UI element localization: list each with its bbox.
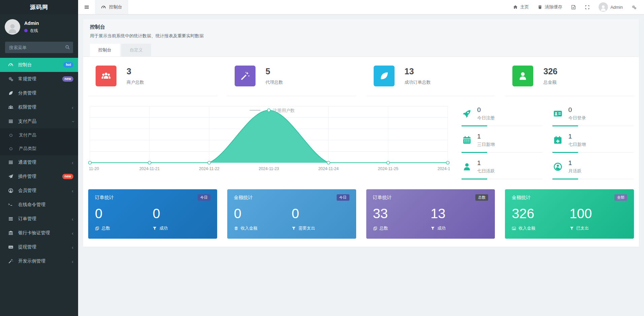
tab-custom[interactable]: 自定义 bbox=[121, 44, 151, 56]
sidebar-item-link[interactable]: 插件管理new bbox=[0, 169, 78, 184]
sidebar-item: 会员管理‹ bbox=[0, 184, 78, 198]
online-status-dot bbox=[24, 29, 28, 32]
metric-label: 成功 bbox=[152, 226, 210, 231]
metric-label: 总数 bbox=[373, 226, 431, 231]
chart-row: 注册用户数11-202024-11-212024-11-222024-11-23… bbox=[83, 106, 639, 179]
summary-card-metric: 33总数 bbox=[373, 206, 431, 231]
sidebar-item-link[interactable]: 通道管理‹ bbox=[0, 155, 78, 169]
user-icon bbox=[600, 4, 607, 12]
sidebar-item-link[interactable]: 权限管理‹ bbox=[0, 100, 78, 114]
sidebar-item: 常规管理new bbox=[0, 72, 78, 86]
sidebar-item-label: 订单管理 bbox=[18, 216, 72, 222]
svg-text:11-20: 11-20 bbox=[89, 166, 99, 171]
sidebar-subitem-link[interactable]: 产品类型 bbox=[0, 142, 78, 155]
sidebar-item-link[interactable]: VISA提现管理‹ bbox=[0, 240, 78, 254]
sidebar-item-link[interactable]: 银行卡验证管理‹ bbox=[0, 226, 78, 240]
sidebar-item-link[interactable]: 常规管理new bbox=[0, 72, 78, 86]
summary-card-badge: 总数 bbox=[475, 194, 488, 201]
topbar-tab-dashboard[interactable]: 控制台 bbox=[95, 0, 128, 14]
magic-icon bbox=[240, 71, 250, 81]
mini-stat-value: 1 bbox=[568, 159, 581, 167]
mini-stat: 0今日注册 bbox=[462, 106, 543, 126]
stat-label: 商户总数 bbox=[127, 79, 144, 85]
accent-bar bbox=[462, 179, 487, 180]
sidebar-item-link[interactable]: 支付产品‹ bbox=[0, 114, 78, 128]
user-status-label: 在线 bbox=[30, 28, 38, 34]
metric-value: 33 bbox=[373, 206, 431, 221]
metric-label-text: 需要支出 bbox=[298, 226, 315, 231]
expand-icon bbox=[585, 5, 590, 10]
search-input[interactable] bbox=[5, 42, 73, 53]
metric-label-text: 收入金额 bbox=[518, 226, 535, 231]
sidebar-toggle-button[interactable] bbox=[78, 0, 95, 14]
leaf-icon bbox=[8, 90, 14, 96]
mini-stats: 0今日注册0今日登录1三日新增1七日新增1七日活跃1月活跃 bbox=[453, 106, 639, 179]
tab-dashboard[interactable]: 控制台 bbox=[90, 44, 120, 56]
sidebar-item: 订单管理‹ bbox=[0, 212, 78, 226]
sidebar-item-link[interactable]: 订单管理‹ bbox=[0, 212, 78, 226]
clear-cache-link[interactable]: 清除缓存 bbox=[538, 4, 562, 10]
home-link[interactable]: 主页 bbox=[513, 4, 529, 10]
accent-bar bbox=[462, 125, 487, 126]
metric-label: 需要支出 bbox=[292, 226, 349, 231]
language-icon bbox=[571, 5, 576, 10]
user-status: 在线 bbox=[24, 28, 39, 34]
divider bbox=[505, 96, 634, 96]
sidebar-item: 权限管理‹ bbox=[0, 100, 78, 114]
sidebar-item-link[interactable]: 会员管理‹ bbox=[0, 184, 78, 198]
sidebar-item-label: 开发示例管理 bbox=[18, 258, 72, 264]
sidebar-item-label: 权限管理 bbox=[18, 104, 72, 110]
sidebar-item: 插件管理new bbox=[0, 169, 78, 184]
list-icon bbox=[8, 119, 14, 124]
mini-stat-value: 0 bbox=[568, 106, 586, 114]
summary-card: 订单统计今日0总数0成功 bbox=[88, 189, 217, 239]
chevron-down-icon: ‹ bbox=[70, 121, 75, 122]
sidebar-subitem-link[interactable]: 支付产品 bbox=[0, 128, 78, 142]
gears-icon bbox=[8, 76, 14, 82]
chevron-left-icon: ‹ bbox=[72, 160, 73, 165]
metric-label-text: 成功 bbox=[159, 226, 168, 231]
summary-card-metric: 0需要支出 bbox=[292, 206, 349, 231]
search-icon[interactable] bbox=[65, 45, 70, 51]
stat-label: 成功订单总数 bbox=[405, 79, 431, 85]
settings-button[interactable] bbox=[632, 5, 637, 10]
clear-cache-label: 清除缓存 bbox=[545, 4, 562, 10]
metric-label-text: 总数 bbox=[380, 226, 388, 231]
metric-label-text: 成功 bbox=[437, 226, 446, 231]
sidebar-subitem-label: 支付产品 bbox=[19, 132, 73, 138]
fullscreen-button[interactable] bbox=[585, 5, 590, 10]
accent-bar bbox=[552, 125, 578, 126]
mini-stat-value: 0 bbox=[477, 106, 495, 114]
mini-stat-value: 1 bbox=[568, 133, 586, 140]
chevron-left-icon: ‹ bbox=[72, 105, 73, 110]
sidebar-item: 支付产品‹支付产品产品类型 bbox=[0, 114, 78, 155]
chevron-left-icon: ‹ bbox=[72, 231, 73, 236]
user-avatar bbox=[5, 19, 20, 35]
sidebar-item-link[interactable]: 开发示例管理‹ bbox=[0, 254, 78, 268]
coins-icon bbox=[234, 226, 238, 231]
stat-card: 13成功订单总数 bbox=[361, 66, 500, 96]
expand-icon bbox=[585, 5, 590, 10]
search-icon bbox=[65, 45, 70, 50]
user-menu[interactable]: Admin bbox=[599, 2, 623, 12]
stat-icon-box bbox=[235, 66, 256, 86]
summary-card-title: 金额统计 bbox=[512, 195, 531, 201]
summary-card-metric: 100已支出 bbox=[570, 206, 627, 231]
user-panel: Admin 在线 bbox=[0, 14, 78, 37]
metric-label-text: 总数 bbox=[102, 226, 110, 231]
gauge-icon bbox=[101, 5, 106, 10]
sidebar-item-link[interactable]: 控制台hot bbox=[0, 58, 78, 72]
copy-icon bbox=[373, 226, 377, 231]
list-icon bbox=[8, 160, 14, 165]
sidebar-item-label: 在线命令管理 bbox=[18, 202, 73, 208]
registered-users-chart: 注册用户数11-202024-11-212024-11-222024-11-23… bbox=[88, 106, 448, 173]
home-link-label: 主页 bbox=[520, 4, 529, 10]
panel-tabs: 控制台自定义 bbox=[90, 44, 632, 56]
sidebar-item-link[interactable]: 分类管理 bbox=[0, 86, 78, 100]
mini-stat-label: 月活跃 bbox=[568, 168, 581, 174]
svg-text:2024-11-23: 2024-11-23 bbox=[259, 166, 279, 171]
panel-body: 3商户总数5代理总数13成功订单总数326总金额 注册用户数11-202024-… bbox=[83, 57, 639, 247]
sidebar-item: 通道管理‹ bbox=[0, 155, 78, 169]
sidebar-item-link[interactable]: 在线命令管理 bbox=[0, 198, 78, 212]
language-button[interactable] bbox=[571, 5, 576, 10]
